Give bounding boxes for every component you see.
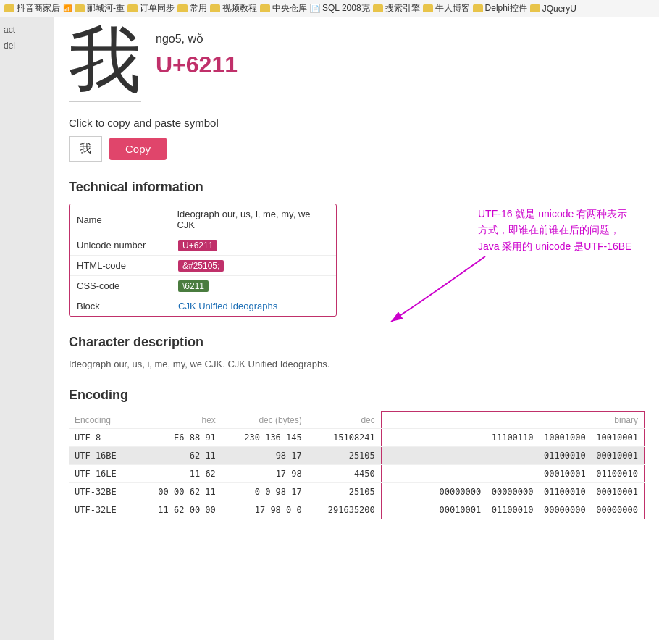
cell-dec-utf16le: 4450: [308, 465, 382, 483]
copy-button[interactable]: Copy: [109, 138, 167, 160]
col-header-dec: dec: [308, 412, 382, 429]
table-row: UTF-32BE 00 00 62 11 0 0 98 17 25105 000…: [69, 483, 645, 501]
toolbar-item-video[interactable]: 视频教程: [210, 2, 257, 14]
table-row: UTF-32LE 11 62 00 00 17 98 0 0 291635200…: [69, 501, 645, 519]
cell-binary-utf16be: 01100010 00010001: [381, 447, 644, 465]
char-desc-text: Ideograph our, us, i, me, my, we CJK. CJ…: [69, 359, 645, 369]
col-header-binary: binary: [381, 412, 644, 429]
col-header-encoding: Encoding: [69, 412, 135, 429]
cell-dec-bytes-utf16le: 17 98: [222, 465, 308, 483]
toolbar-item-delphi[interactable]: Delphi控件: [473, 2, 527, 14]
main-content: 我 ngo5, wǒ U+6211 Click to copy and past…: [54, 17, 659, 640]
cell-dec-utf32be: 25105: [308, 483, 382, 501]
copy-char-display: 我: [69, 136, 102, 162]
toolbar-item-search[interactable]: 搜索引擎: [373, 2, 420, 14]
cell-encoding-utf32le: UTF-32LE: [69, 501, 135, 519]
encoding-title: Encoding: [69, 388, 645, 403]
copy-section: Click to copy and paste symbol 我 Copy: [69, 117, 645, 162]
character-glyph: 我: [69, 25, 141, 102]
char-info: ngo5, wǒ U+6211: [156, 25, 238, 78]
char-romanization: ngo5, wǒ: [156, 32, 238, 46]
cell-binary-utf8: 11100110 10001000 10010001: [381, 429, 644, 447]
annotation-text: UTF-16 就是 unicode 有两种表示方式，即谁在前谁在后的问题，Jav…: [478, 208, 631, 252]
technical-table: Name Ideograph our, us, i, me, my, we CJ…: [69, 204, 337, 317]
folder-icon: [177, 4, 188, 12]
toolbar-item-sql[interactable]: 📄 SQL 2008克: [310, 2, 370, 14]
cell-dec-utf32le: 291635200: [308, 501, 382, 519]
table-row: UTF-8 E6 88 91 230 136 145 15108241 1110…: [69, 429, 645, 447]
tech-row-html: HTML-code &#25105;: [70, 256, 336, 276]
cell-dec-bytes-utf8: 230 136 145: [222, 429, 308, 447]
cell-dec-utf8: 15108241: [308, 429, 382, 447]
block-link[interactable]: CJK Unified Ideographs: [178, 301, 277, 311]
char-unicode-display: U+6211: [156, 51, 238, 78]
table-row: UTF-16BE 62 11 98 17 25105 01100010 0001…: [69, 447, 645, 465]
toolbar-item-common[interactable]: 常用: [177, 2, 207, 14]
cell-binary-utf32le: 00010001 01100010 00000000 00000000: [381, 501, 644, 519]
sidebar-item-del[interactable]: del: [4, 41, 50, 51]
tech-row-block: Block CJK Unified Ideographs: [70, 296, 336, 316]
folder-icon: [373, 4, 383, 12]
folder-icon: [4, 4, 14, 12]
folder-icon: [473, 4, 483, 12]
folder-icon: [127, 4, 138, 12]
char-desc-title: Character description: [69, 335, 645, 350]
tech-label-css: CSS-code: [77, 280, 164, 291]
sidebar-item-act[interactable]: act: [4, 25, 50, 35]
tech-row-css: CSS-code \6211: [70, 276, 336, 296]
annotation-bubble: UTF-16 就是 unicode 有两种表示方式，即谁在前谁在后的问题，Jav…: [478, 206, 637, 254]
tech-label-unicode: Unicode number: [77, 240, 164, 251]
col-header-dec-bytes: dec (bytes): [222, 412, 308, 429]
cell-dec-bytes-utf32le: 17 98 0 0: [222, 501, 308, 519]
toolbar-item-blog[interactable]: 牛人博客: [423, 2, 470, 14]
toolbar-item-warehouse[interactable]: 中央仓库: [260, 2, 307, 14]
cell-encoding-utf8: UTF-8: [69, 429, 135, 447]
toolbar-separator: 📶: [63, 4, 72, 12]
toolbar-item-order[interactable]: 订单同步: [127, 2, 175, 14]
char-description-section: Character description Ideograph our, us,…: [69, 335, 645, 369]
tech-value-html: &#25105;: [178, 260, 224, 271]
tech-label-block: Block: [77, 301, 164, 311]
encoding-section: Encoding Encoding hex dec (bytes) dec bi…: [69, 388, 645, 519]
tech-value-unicode: U+6211: [178, 240, 217, 251]
encoding-table: Encoding hex dec (bytes) dec binary UTF-…: [69, 411, 645, 519]
tech-value-css: \6211: [178, 280, 209, 291]
cell-hex-utf16be: 62 11: [135, 447, 222, 465]
folder-icon: [75, 4, 85, 12]
folder-icon: [423, 4, 433, 12]
annotation-arrow-svg: [377, 249, 492, 336]
char-display-area: 我 ngo5, wǒ U+6211: [69, 25, 645, 102]
toolbar-item-jquery[interactable]: JQueryU: [530, 4, 576, 14]
cell-hex-utf32le: 11 62 00 00: [135, 501, 222, 519]
tech-row-unicode: Unicode number U+6211: [70, 235, 336, 256]
cell-hex-utf16le: 11 62: [135, 465, 222, 483]
browser-toolbar: 抖音商家后 📶 郦城河-重 订单同步 常用 视频教程 中央仓库 📄 SQL 20…: [0, 0, 659, 17]
copy-label: Click to copy and paste symbol: [69, 117, 645, 129]
file-icon: 📄: [310, 4, 320, 13]
html-badge: &#25105;: [178, 260, 224, 272]
cell-encoding-utf16be: UTF-16BE: [69, 447, 135, 465]
technical-title: Technical information: [69, 180, 645, 195]
tech-value-block: CJK Unified Ideographs: [178, 301, 277, 311]
copy-row: 我 Copy: [69, 136, 645, 162]
cell-dec-bytes-utf32be: 0 0 98 17: [222, 483, 308, 501]
tech-label-name: Name: [77, 214, 162, 225]
toolbar-item-douyin[interactable]: 抖音商家后: [4, 2, 60, 14]
cell-hex-utf8: E6 88 91: [135, 429, 222, 447]
encoding-table-wrapper: Encoding hex dec (bytes) dec binary UTF-…: [69, 411, 645, 519]
folder-icon: [210, 4, 220, 12]
toolbar-item-lchenghe[interactable]: 郦城河-重: [75, 2, 125, 14]
cell-dec-utf16be: 25105: [308, 447, 382, 465]
col-header-hex: hex: [135, 412, 222, 429]
cell-dec-bytes-utf16be: 98 17: [222, 447, 308, 465]
encoding-table-body: UTF-8 E6 88 91 230 136 145 15108241 1110…: [69, 429, 645, 519]
tech-row-name: Name Ideograph our, us, i, me, my, we CJ…: [70, 204, 336, 235]
encoding-header-row: Encoding hex dec (bytes) dec binary: [69, 412, 645, 429]
cell-encoding-utf16le: UTF-16LE: [69, 465, 135, 483]
css-badge: \6211: [178, 280, 209, 292]
cell-binary-utf16le: 00010001 01100010: [381, 465, 644, 483]
sidebar: act del: [0, 17, 54, 640]
tech-label-html: HTML-code: [77, 260, 164, 271]
tech-value-name: Ideograph our, us, i, me, my, we CJK: [177, 209, 329, 230]
folder-icon: [530, 4, 540, 12]
